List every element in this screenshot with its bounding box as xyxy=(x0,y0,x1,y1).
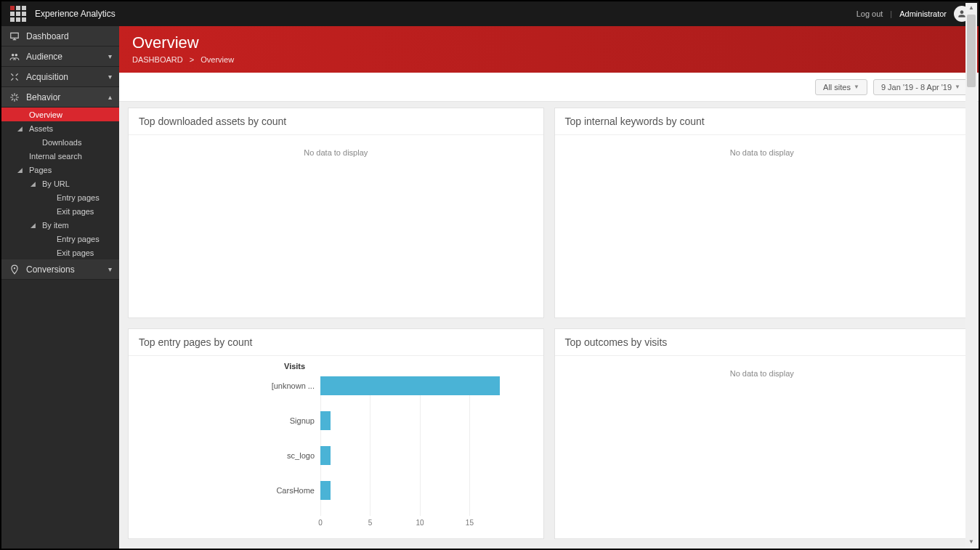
chart-category-label: CarsHome xyxy=(163,486,315,495)
panel-top-entry-pages: Top entry pages by count Visits [unknown… xyxy=(128,328,544,539)
chevron-down-icon: ▾ xyxy=(108,52,112,60)
chevron-up-icon: ▴ xyxy=(108,93,112,101)
app-logo-icon xyxy=(10,6,26,22)
sidebar-item-label: Acquisition xyxy=(26,72,68,82)
panel-title: Top downloaded assets by count xyxy=(129,108,543,135)
sidebar-item-conversions[interactable]: Conversions ▾ xyxy=(1,259,119,280)
date-range-dropdown[interactable]: 9 Jan '19 - 8 Apr '19 ▼ xyxy=(873,79,968,95)
sites-filter-label: All sites xyxy=(823,83,851,92)
empty-message: No data to display xyxy=(129,148,543,157)
subnav-label: By item xyxy=(42,221,69,230)
chevron-down-icon: ▼ xyxy=(955,84,960,90)
date-range-label: 9 Jan '19 - 8 Apr '19 xyxy=(881,83,952,92)
monitor-icon xyxy=(9,31,20,41)
panel-title: Top entry pages by count xyxy=(129,329,543,356)
chevron-down-icon: ▼ xyxy=(854,84,859,90)
sidebar-item-behavior[interactable]: Behavior ▴ xyxy=(1,87,119,108)
sidebar-item-label: Dashboard xyxy=(26,31,69,41)
tree-collapse-icon[interactable]: ◢ xyxy=(31,222,36,229)
subnav-label: Exit pages xyxy=(57,248,94,257)
sidebar: Dashboard Audience ▾ Acquisition ▾ Behav… xyxy=(1,26,119,549)
chart-bar-row: Signup xyxy=(320,411,500,430)
chart-x-tick: 10 xyxy=(416,519,424,527)
subnav-label: Pages xyxy=(29,166,52,174)
panel-top-downloaded-assets: Top downloaded assets by count No data t… xyxy=(128,108,544,318)
chart-category-label: sc_logo xyxy=(163,451,315,460)
chart-x-tick: 5 xyxy=(368,519,373,527)
subnav-by-url[interactable]: ◢ By URL xyxy=(1,177,119,190)
chevron-down-icon: ▾ xyxy=(108,265,112,273)
scroll-up-icon[interactable]: ▲ xyxy=(965,3,977,13)
chart-bar-row: [unknown ... xyxy=(320,376,500,395)
app-title: Experience Analytics xyxy=(35,9,116,19)
user-name: Administrator xyxy=(899,9,947,18)
subnav-by-item-exit[interactable]: Exit pages xyxy=(1,246,119,259)
chart-category-label: [unknown ... xyxy=(163,381,315,390)
behavior-icon xyxy=(9,92,20,102)
sidebar-item-label: Behavior xyxy=(26,92,60,102)
sites-filter-dropdown[interactable]: All sites ▼ xyxy=(815,79,867,95)
subnav-label: Entry pages xyxy=(57,235,100,243)
dashboard-grid: Top downloaded assets by count No data t… xyxy=(119,102,979,549)
subnav-internal-search[interactable]: Internal search xyxy=(1,149,119,163)
empty-message: No data to display xyxy=(555,369,970,378)
toolbar: All sites ▼ 9 Jan '19 - 8 Apr '19 ▼ xyxy=(119,73,979,102)
subnav-label: Entry pages xyxy=(57,193,100,202)
breadcrumb-root[interactable]: DASHBOARD xyxy=(132,55,183,64)
subnav-downloads[interactable]: Downloads xyxy=(1,135,119,149)
scroll-down-icon[interactable]: ▼ xyxy=(965,537,977,547)
expand-icon xyxy=(9,72,20,82)
subnav-by-item-entry[interactable]: Entry pages xyxy=(1,232,119,246)
scroll-thumb[interactable] xyxy=(967,15,976,87)
svg-point-0 xyxy=(12,53,14,56)
sidebar-item-dashboard[interactable]: Dashboard xyxy=(1,26,119,46)
chart-bar[interactable] xyxy=(320,411,331,430)
subnav-by-url-exit[interactable]: Exit pages xyxy=(1,204,119,218)
sidebar-item-label: Conversions xyxy=(26,264,75,275)
subnav-label: Assets xyxy=(29,124,53,133)
topbar-right: Log out | Administrator xyxy=(857,6,970,22)
logout-link[interactable]: Log out xyxy=(857,9,883,18)
chart-x-tick: 15 xyxy=(466,519,474,527)
svg-point-1 xyxy=(15,53,17,56)
subnav-assets[interactable]: ◢ Assets xyxy=(1,121,119,135)
subnav-by-item[interactable]: ◢ By item xyxy=(1,218,119,232)
tree-collapse-icon[interactable]: ◢ xyxy=(17,125,23,132)
chart-bar-row: sc_logo xyxy=(320,446,500,465)
panel-title: Top outcomes by visits xyxy=(555,329,970,356)
subnav-label: By URL xyxy=(42,179,70,188)
page-header: Overview DASHBOARD > Overview xyxy=(119,26,979,73)
subnav-by-url-entry[interactable]: Entry pages xyxy=(1,190,119,204)
breadcrumb-separator: > xyxy=(190,55,194,64)
tree-collapse-icon[interactable]: ◢ xyxy=(17,166,23,174)
chart-x-tick: 0 xyxy=(318,519,323,527)
sidebar-item-acquisition[interactable]: Acquisition ▾ xyxy=(1,67,119,87)
chart-category-label: Signup xyxy=(163,416,315,425)
chart-bar[interactable] xyxy=(320,481,331,500)
page-title: Overview xyxy=(132,33,965,52)
main-content: Overview DASHBOARD > Overview All sites … xyxy=(119,26,979,549)
empty-message: No data to display xyxy=(555,148,970,157)
entry-pages-chart: Visits [unknown ...Signupsc_logoCarsHome… xyxy=(129,356,543,535)
svg-point-2 xyxy=(14,267,15,269)
breadcrumb: DASHBOARD > Overview xyxy=(132,55,965,64)
tree-collapse-icon[interactable]: ◢ xyxy=(31,180,36,187)
separator: | xyxy=(890,9,892,18)
subnav-pages[interactable]: ◢ Pages xyxy=(1,163,119,177)
sidebar-item-label: Audience xyxy=(26,52,62,62)
conversions-icon xyxy=(9,264,20,275)
subnav-overview[interactable]: Overview xyxy=(1,108,119,121)
people-icon xyxy=(9,52,20,62)
panel-top-outcomes: Top outcomes by visits No data to displa… xyxy=(554,328,971,539)
chart-y-label: Visits xyxy=(139,362,305,371)
chart-bar[interactable] xyxy=(320,376,500,395)
panel-top-internal-keywords: Top internal keywords by count No data t… xyxy=(554,108,971,318)
vertical-scrollbar[interactable]: ▲ ▼ xyxy=(965,3,977,547)
chart-bar[interactable] xyxy=(320,446,331,465)
subnav-label: Downloads xyxy=(42,138,81,147)
sidebar-item-audience[interactable]: Audience ▾ xyxy=(1,46,119,67)
chevron-down-icon: ▾ xyxy=(108,73,112,81)
breadcrumb-current: Overview xyxy=(201,55,234,64)
subnav-label: Internal search xyxy=(29,152,82,161)
top-bar: Experience Analytics Log out | Administr… xyxy=(1,1,979,26)
